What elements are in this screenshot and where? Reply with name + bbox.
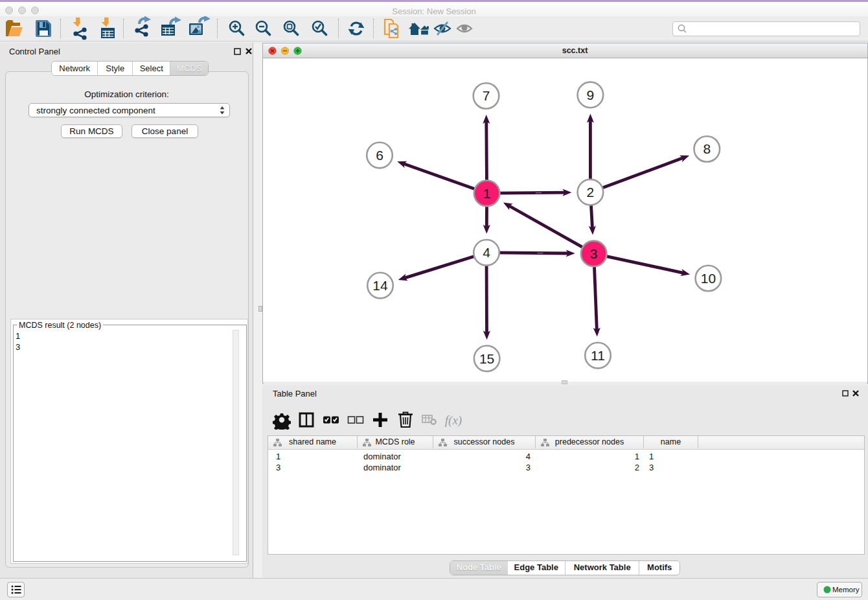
svg-text:11: 11	[591, 348, 605, 363]
svg-text:4: 4	[483, 245, 490, 260]
svg-text:f(x): f(x)	[445, 413, 462, 428]
svg-text:3: 3	[590, 246, 598, 261]
svg-text:10: 10	[701, 271, 716, 286]
svg-text:8: 8	[703, 141, 711, 156]
svg-text:7: 7	[483, 88, 490, 103]
svg-text:14: 14	[372, 278, 388, 293]
svg-text:9: 9	[587, 87, 595, 102]
svg-text:2: 2	[587, 185, 595, 200]
svg-text:6: 6	[376, 148, 383, 163]
svg-text:15: 15	[479, 351, 494, 366]
svg-text:1: 1	[483, 186, 491, 201]
